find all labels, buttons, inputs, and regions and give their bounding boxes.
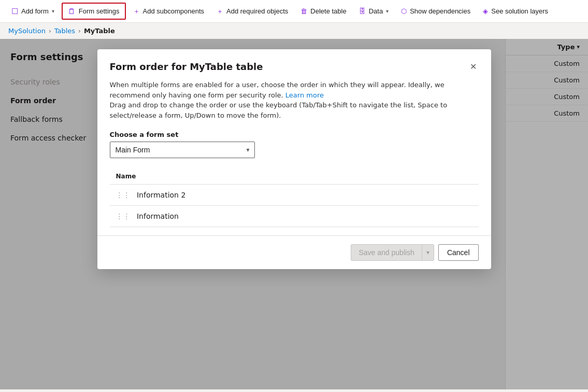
data-chevron: ▾ — [386, 8, 389, 14]
delete-table-label: Delete table — [310, 7, 346, 15]
form-set-select-wrapper: Main Form Quick Create Form Card Form ▾ — [110, 142, 255, 158]
row-1-name: Information 2 — [137, 191, 185, 199]
form-settings-label: Form settings — [79, 7, 120, 15]
add-subcomponents-label: Add subcomponents — [143, 7, 205, 15]
breadcrumb: MySolution › Tables › MyTable — [0, 23, 588, 39]
drag-handle-2[interactable]: ⋮⋮ — [116, 212, 131, 220]
add-form-icon: ☐ — [11, 7, 18, 16]
breadcrumb-tables[interactable]: Tables — [54, 27, 75, 35]
delete-icon: 🗑 — [300, 7, 307, 15]
add-form-button[interactable]: ☐ Add form ▾ — [6, 4, 60, 19]
breadcrumb-sep-2: › — [78, 27, 81, 35]
dialog-body: When multiple forms are enabled for a us… — [97, 80, 491, 227]
form-settings-button[interactable]: 🗒 Form settings — [62, 3, 126, 20]
table-row-1: ⋮⋮ Information 2 — [110, 185, 479, 206]
drag-handle-1[interactable]: ⋮⋮ — [116, 191, 131, 199]
description-line1: When multiple forms are enabled for a us… — [110, 81, 444, 99]
close-button[interactable]: ✕ — [468, 60, 479, 74]
add-form-label: Add form — [21, 7, 49, 15]
description-line2: Drag and drop to change the order or use… — [110, 101, 448, 119]
toolbar: ☐ Add form ▾ 🗒 Form settings ＋ Add subco… — [0, 0, 588, 23]
data-button[interactable]: 🗄 Data ▾ — [354, 4, 394, 18]
breadcrumb-sep-1: › — [49, 27, 51, 35]
add-required-icon: ＋ — [217, 7, 223, 16]
modal-overlay: Form order for MyTable table ✕ When mult… — [0, 39, 588, 389]
breadcrumb-current: MyTable — [84, 27, 115, 35]
name-column-header: Name — [110, 169, 479, 185]
show-dependencies-label: Show dependencies — [410, 7, 470, 15]
form-settings-icon: 🗒 — [68, 7, 76, 16]
table-row-2: ⋮⋮ Information — [110, 206, 479, 227]
add-subcomponents-icon: ＋ — [133, 7, 140, 16]
add-subcomponents-button[interactable]: ＋ Add subcomponents — [128, 4, 210, 19]
add-form-chevron: ▾ — [52, 8, 54, 14]
row-2-name: Information — [137, 212, 179, 220]
see-solution-layers-button[interactable]: ◈ See solution layers — [478, 4, 553, 18]
data-icon: 🗄 — [359, 7, 366, 15]
breadcrumb-solution[interactable]: MySolution — [8, 27, 46, 35]
dialog-footer: Save and publish ▾ Cancel — [97, 235, 491, 269]
form-table: Name ⋮⋮ Information 2 ⋮⋮ — [110, 169, 479, 227]
cancel-button[interactable]: Cancel — [438, 244, 479, 261]
learn-more-link[interactable]: Learn more — [285, 91, 324, 99]
dialog-title: Form order for MyTable table — [110, 61, 263, 72]
add-required-objects-label: Add required objects — [226, 7, 288, 15]
save-publish-button[interactable]: Save and publish — [351, 245, 421, 260]
see-solution-layers-label: See solution layers — [491, 7, 548, 15]
dialog: Form order for MyTable table ✕ When mult… — [97, 49, 491, 269]
data-label: Data — [369, 7, 383, 15]
dialog-header: Form order for MyTable table ✕ — [97, 49, 491, 80]
save-publish-wrapper: Save and publish ▾ — [351, 244, 434, 261]
show-dependencies-button[interactable]: ⬡ Show dependencies — [396, 4, 476, 18]
layers-icon: ◈ — [483, 7, 488, 15]
form-set-label: Choose a form set — [110, 131, 479, 138]
save-publish-chevron[interactable]: ▾ — [422, 245, 434, 260]
delete-table-button[interactable]: 🗑 Delete table — [295, 4, 351, 18]
form-set-select[interactable]: Main Form Quick Create Form Card Form — [110, 142, 255, 158]
dialog-description: When multiple forms are enabled for a us… — [110, 80, 479, 120]
add-required-objects-button[interactable]: ＋ Add required objects — [211, 4, 293, 19]
main-layout: Form settings Security roles Form order … — [0, 39, 588, 389]
dependencies-icon: ⬡ — [401, 7, 407, 15]
